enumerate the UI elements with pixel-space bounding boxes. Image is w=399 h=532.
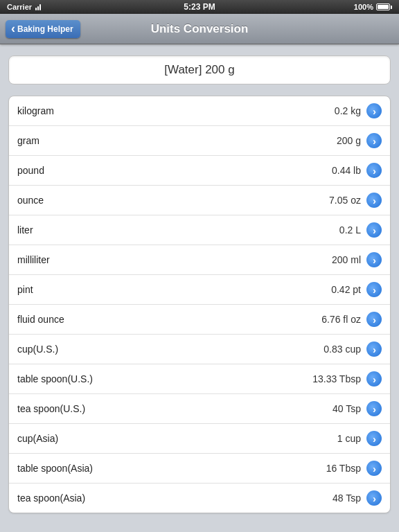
table-row[interactable]: gram200 g (9, 126, 390, 156)
row-value: 6.76 fl oz (321, 314, 361, 325)
row-value: 0.2 kg (335, 105, 361, 116)
row-value: 0.42 pt (331, 284, 361, 295)
chevron-right-icon[interactable] (366, 461, 382, 476)
table-row[interactable]: fluid ounce6.76 fl oz (9, 305, 390, 335)
chevron-right-icon[interactable] (366, 431, 382, 446)
row-label: pint (17, 284, 331, 295)
table-row[interactable]: tea spoon(Asia)48 Tsp (9, 484, 390, 513)
chevron-right-icon[interactable] (366, 371, 382, 387)
wifi-icon (35, 3, 41, 10)
nav-title: Units Conversion (151, 22, 249, 36)
status-bar-right: 100% (354, 3, 392, 11)
battery-label: 100% (354, 3, 373, 11)
chevron-right-icon[interactable] (366, 401, 382, 416)
row-value: 16 Tbsp (326, 463, 361, 474)
table-row[interactable]: table spoon(Asia)16 Tbsp (9, 454, 390, 484)
input-display[interactable]: [Water] 200 g (8, 55, 391, 85)
chevron-right-icon[interactable] (366, 312, 382, 327)
row-label: gram (17, 135, 337, 146)
chevron-right-icon[interactable] (366, 193, 382, 208)
row-label: cup(U.S.) (17, 344, 323, 355)
row-label: table spoon(U.S.) (17, 373, 312, 384)
row-label: kilogram (17, 105, 335, 116)
table-row[interactable]: liter0.2 L (9, 215, 390, 245)
row-label: pound (17, 165, 332, 176)
table-row[interactable]: pound0.44 lb (9, 156, 390, 186)
table-row[interactable]: kilogram0.2 kg (9, 96, 390, 126)
row-value: 13.33 Tbsp (312, 373, 361, 384)
chevron-right-icon[interactable] (366, 490, 382, 506)
row-value: 0.44 lb (332, 165, 361, 176)
conversion-table: kilogram0.2 kggram200 gpound0.44 lbounce… (8, 96, 391, 513)
row-label: tea spoon(Asia) (17, 493, 332, 504)
table-row[interactable]: cup(Asia)1 cup (9, 424, 390, 454)
chevron-right-icon[interactable] (366, 282, 382, 297)
row-value: 1 cup (337, 433, 361, 444)
battery-icon (376, 3, 392, 10)
table-row[interactable]: cup(U.S.)0.83 cup (9, 335, 390, 364)
nav-bar: Baking Helper Units Conversion (0, 14, 399, 44)
status-bar-left: Carrier (7, 3, 41, 11)
table-row[interactable]: pint0.42 pt (9, 275, 390, 305)
table-row[interactable]: ounce7.05 oz (9, 186, 390, 215)
status-bar-time: 5:23 PM (184, 2, 215, 12)
row-value: 40 Tsp (332, 403, 361, 414)
carrier-label: Carrier (7, 3, 32, 11)
chevron-right-icon[interactable] (366, 252, 382, 267)
row-label: tea spoon(U.S.) (17, 403, 332, 414)
row-label: fluid ounce (17, 314, 321, 325)
table-row[interactable]: milliliter200 ml (9, 245, 390, 275)
table-row[interactable]: table spoon(U.S.)13.33 Tbsp (9, 364, 390, 394)
row-value: 7.05 oz (329, 195, 361, 206)
row-value: 200 g (337, 135, 361, 146)
back-button[interactable]: Baking Helper (6, 20, 80, 38)
chevron-right-icon[interactable] (366, 342, 382, 357)
status-bar: Carrier 5:23 PM 100% (0, 0, 399, 14)
row-label: table spoon(Asia) (17, 463, 326, 474)
row-label: liter (17, 224, 339, 236)
content-area: [Water] 200 g kilogram0.2 kggram200 gpou… (0, 44, 399, 524)
row-value: 0.2 L (339, 224, 361, 236)
table-row[interactable]: tea spoon(U.S.)40 Tsp (9, 394, 390, 424)
chevron-right-icon[interactable] (366, 163, 382, 178)
chevron-right-icon[interactable] (366, 133, 382, 148)
chevron-right-icon[interactable] (366, 103, 382, 118)
chevron-right-icon[interactable] (366, 222, 382, 238)
row-label: ounce (17, 195, 329, 206)
row-value: 200 ml (332, 254, 361, 265)
row-value: 0.83 cup (323, 344, 361, 355)
row-value: 48 Tsp (332, 493, 361, 504)
row-label: cup(Asia) (17, 433, 337, 444)
row-label: milliliter (17, 254, 332, 265)
